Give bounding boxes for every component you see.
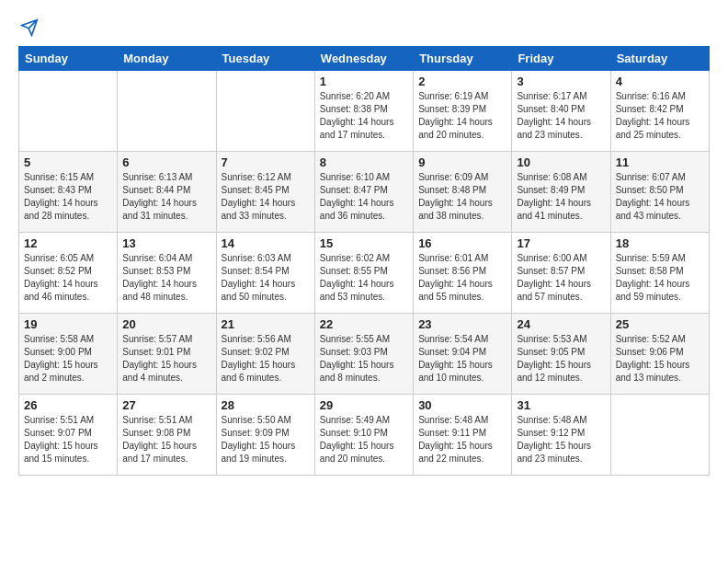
- calendar-header-wednesday: Wednesday: [314, 47, 413, 71]
- day-info: Sunrise: 5:49 AM Sunset: 9:10 PM Dayligh…: [320, 414, 408, 465]
- day-info: Sunrise: 6:12 AM Sunset: 8:45 PM Dayligh…: [222, 171, 310, 223]
- calendar-cell: 14Sunrise: 6:03 AM Sunset: 8:54 PM Dayli…: [216, 233, 314, 314]
- calendar-cell: 16Sunrise: 6:01 AM Sunset: 8:56 PM Dayli…: [414, 233, 512, 314]
- day-number: 4: [616, 75, 704, 88]
- day-number: 10: [517, 155, 605, 169]
- day-info: Sunrise: 5:54 AM Sunset: 9:04 PM Dayligh…: [418, 333, 506, 385]
- calendar-cell: 21Sunrise: 5:56 AM Sunset: 9:02 PM Dayli…: [216, 314, 314, 395]
- calendar-cell: 7Sunrise: 6:12 AM Sunset: 8:45 PM Daylig…: [216, 152, 314, 233]
- calendar-cell: 5Sunrise: 6:15 AM Sunset: 8:43 PM Daylig…: [19, 152, 118, 233]
- calendar-week-row: 1Sunrise: 6:20 AM Sunset: 8:38 PM Daylig…: [19, 71, 710, 152]
- calendar-cell: 27Sunrise: 5:51 AM Sunset: 9:08 PM Dayli…: [118, 395, 216, 476]
- calendar-cell: [118, 71, 216, 152]
- day-info: Sunrise: 6:03 AM Sunset: 8:54 PM Dayligh…: [222, 252, 310, 304]
- day-info: Sunrise: 6:19 AM Sunset: 8:39 PM Dayligh…: [418, 90, 506, 142]
- day-info: Sunrise: 5:59 AM Sunset: 8:58 PM Dayligh…: [616, 252, 704, 304]
- calendar-cell: 30Sunrise: 5:48 AM Sunset: 9:11 PM Dayli…: [414, 395, 512, 476]
- day-info: Sunrise: 6:04 AM Sunset: 8:53 PM Dayligh…: [122, 252, 210, 304]
- calendar-cell: 25Sunrise: 5:52 AM Sunset: 9:06 PM Dayli…: [610, 314, 709, 395]
- day-number: 2: [418, 75, 506, 88]
- calendar-cell: 15Sunrise: 6:02 AM Sunset: 8:55 PM Dayli…: [314, 233, 413, 314]
- day-info: Sunrise: 5:57 AM Sunset: 9:01 PM Dayligh…: [122, 333, 210, 385]
- day-info: Sunrise: 5:48 AM Sunset: 9:11 PM Dayligh…: [418, 414, 506, 465]
- calendar-cell: 9Sunrise: 6:09 AM Sunset: 8:48 PM Daylig…: [414, 152, 512, 233]
- day-info: Sunrise: 6:00 AM Sunset: 8:57 PM Dayligh…: [517, 252, 605, 304]
- day-number: 31: [517, 398, 605, 412]
- calendar-cell: 19Sunrise: 5:58 AM Sunset: 9:00 PM Dayli…: [19, 314, 118, 395]
- calendar-cell: 3Sunrise: 6:17 AM Sunset: 8:40 PM Daylig…: [512, 71, 610, 152]
- logo-bird-icon: [20, 18, 39, 37]
- calendar-cell: 13Sunrise: 6:04 AM Sunset: 8:53 PM Dayli…: [118, 233, 216, 314]
- day-number: 28: [222, 398, 310, 412]
- day-number: 29: [320, 398, 408, 412]
- logo: [18, 18, 39, 37]
- day-number: 12: [24, 236, 112, 250]
- calendar-cell: 22Sunrise: 5:55 AM Sunset: 9:03 PM Dayli…: [314, 314, 413, 395]
- day-number: 17: [517, 236, 605, 250]
- day-number: 13: [122, 236, 210, 250]
- calendar-cell: 23Sunrise: 5:54 AM Sunset: 9:04 PM Dayli…: [414, 314, 512, 395]
- calendar-cell: [216, 71, 314, 152]
- day-info: Sunrise: 6:17 AM Sunset: 8:40 PM Dayligh…: [517, 90, 605, 142]
- calendar-cell: 17Sunrise: 6:00 AM Sunset: 8:57 PM Dayli…: [512, 233, 610, 314]
- day-info: Sunrise: 5:56 AM Sunset: 9:02 PM Dayligh…: [222, 333, 310, 385]
- day-info: Sunrise: 6:02 AM Sunset: 8:55 PM Dayligh…: [320, 252, 408, 304]
- day-number: 21: [222, 317, 310, 331]
- day-number: 22: [320, 317, 408, 331]
- day-number: 25: [616, 317, 704, 331]
- day-number: 11: [616, 155, 704, 169]
- day-number: 6: [122, 155, 210, 169]
- calendar-body: 1Sunrise: 6:20 AM Sunset: 8:38 PM Daylig…: [19, 71, 710, 476]
- calendar-header-thursday: Thursday: [414, 47, 512, 71]
- day-info: Sunrise: 5:58 AM Sunset: 9:00 PM Dayligh…: [24, 333, 112, 385]
- calendar-cell: 11Sunrise: 6:07 AM Sunset: 8:50 PM Dayli…: [610, 152, 709, 233]
- day-info: Sunrise: 5:51 AM Sunset: 9:07 PM Dayligh…: [24, 414, 112, 465]
- calendar-week-row: 5Sunrise: 6:15 AM Sunset: 8:43 PM Daylig…: [19, 152, 710, 233]
- day-info: Sunrise: 5:55 AM Sunset: 9:03 PM Dayligh…: [320, 333, 408, 385]
- day-number: 18: [616, 236, 704, 250]
- day-number: 1: [320, 75, 408, 88]
- day-number: 5: [24, 155, 112, 169]
- day-number: 19: [24, 317, 112, 331]
- day-number: 8: [320, 155, 408, 169]
- calendar-table: SundayMondayTuesdayWednesdayThursdayFrid…: [18, 46, 710, 476]
- calendar-cell: [610, 395, 709, 476]
- calendar-cell: 24Sunrise: 5:53 AM Sunset: 9:05 PM Dayli…: [512, 314, 610, 395]
- calendar-week-row: 12Sunrise: 6:05 AM Sunset: 8:52 PM Dayli…: [19, 233, 710, 314]
- day-number: 7: [222, 155, 310, 169]
- day-info: Sunrise: 6:10 AM Sunset: 8:47 PM Dayligh…: [320, 171, 408, 223]
- day-info: Sunrise: 6:13 AM Sunset: 8:44 PM Dayligh…: [122, 171, 210, 223]
- calendar-cell: 29Sunrise: 5:49 AM Sunset: 9:10 PM Dayli…: [314, 395, 413, 476]
- day-number: 27: [122, 398, 210, 412]
- calendar-cell: 20Sunrise: 5:57 AM Sunset: 9:01 PM Dayli…: [118, 314, 216, 395]
- calendar-header-friday: Friday: [512, 47, 610, 71]
- day-number: 24: [517, 317, 605, 331]
- calendar-cell: 26Sunrise: 5:51 AM Sunset: 9:07 PM Dayli…: [19, 395, 118, 476]
- day-info: Sunrise: 5:48 AM Sunset: 9:12 PM Dayligh…: [517, 414, 605, 465]
- day-number: 26: [24, 398, 112, 412]
- calendar-header-monday: Monday: [118, 47, 216, 71]
- calendar-header-sunday: Sunday: [19, 47, 118, 71]
- day-info: Sunrise: 6:08 AM Sunset: 8:49 PM Dayligh…: [517, 171, 605, 223]
- calendar-cell: 6Sunrise: 6:13 AM Sunset: 8:44 PM Daylig…: [118, 152, 216, 233]
- calendar-cell: 2Sunrise: 6:19 AM Sunset: 8:39 PM Daylig…: [414, 71, 512, 152]
- calendar-header-saturday: Saturday: [610, 47, 709, 71]
- day-info: Sunrise: 5:53 AM Sunset: 9:05 PM Dayligh…: [517, 333, 605, 385]
- day-number: 15: [320, 236, 408, 250]
- calendar-header-row: SundayMondayTuesdayWednesdayThursdayFrid…: [19, 47, 710, 71]
- calendar-cell: 4Sunrise: 6:16 AM Sunset: 8:42 PM Daylig…: [610, 71, 709, 152]
- calendar-cell: 18Sunrise: 5:59 AM Sunset: 8:58 PM Dayli…: [610, 233, 709, 314]
- day-info: Sunrise: 5:50 AM Sunset: 9:09 PM Dayligh…: [222, 414, 310, 465]
- calendar-cell: 28Sunrise: 5:50 AM Sunset: 9:09 PM Dayli…: [216, 395, 314, 476]
- calendar-cell: 1Sunrise: 6:20 AM Sunset: 8:38 PM Daylig…: [314, 71, 413, 152]
- day-number: 9: [418, 155, 506, 169]
- calendar-cell: 10Sunrise: 6:08 AM Sunset: 8:49 PM Dayli…: [512, 152, 610, 233]
- calendar-cell: 31Sunrise: 5:48 AM Sunset: 9:12 PM Dayli…: [512, 395, 610, 476]
- calendar-cell: 8Sunrise: 6:10 AM Sunset: 8:47 PM Daylig…: [314, 152, 413, 233]
- page-header: [18, 18, 710, 37]
- day-number: 14: [222, 236, 310, 250]
- day-info: Sunrise: 5:52 AM Sunset: 9:06 PM Dayligh…: [616, 333, 704, 385]
- day-number: 30: [418, 398, 506, 412]
- day-info: Sunrise: 6:07 AM Sunset: 8:50 PM Dayligh…: [616, 171, 704, 223]
- calendar-cell: 12Sunrise: 6:05 AM Sunset: 8:52 PM Dayli…: [19, 233, 118, 314]
